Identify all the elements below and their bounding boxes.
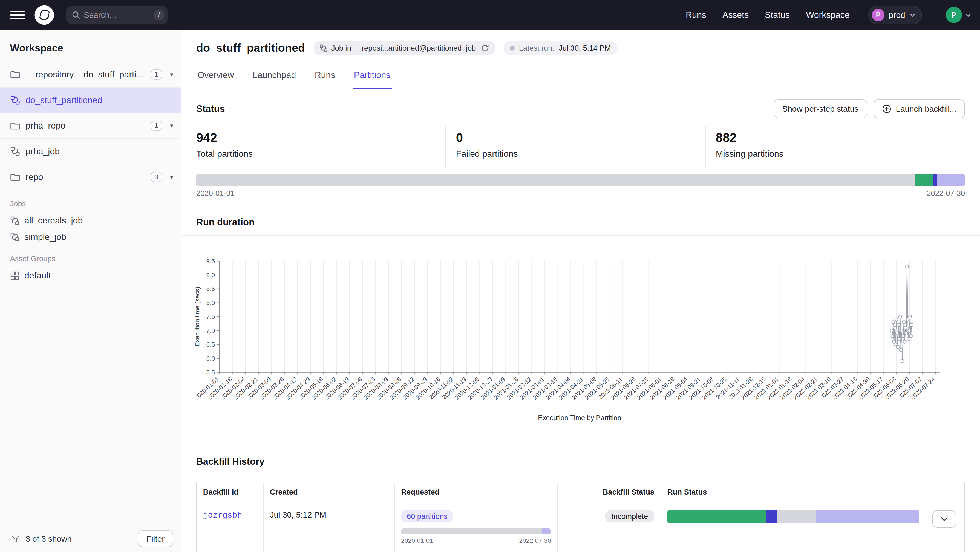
- partition-status-bar-section: 2020-01-01 2022-07-30: [181, 169, 980, 198]
- expand-row-button[interactable]: [932, 510, 956, 528]
- stat-value: 0: [456, 131, 705, 145]
- repo-label: prha_repo: [26, 121, 145, 131]
- dagster-logo-icon[interactable]: [34, 5, 55, 26]
- search-shortcut-key: /: [154, 10, 164, 20]
- user-avatar: P: [946, 7, 962, 23]
- refresh-icon[interactable]: [481, 44, 489, 52]
- column-header-expand: [926, 483, 964, 501]
- svg-text:9.0: 9.0: [207, 271, 215, 278]
- deployment-avatar: P: [872, 9, 885, 21]
- filter-funnel-icon: [11, 535, 20, 543]
- svg-text:6.0: 6.0: [207, 355, 215, 362]
- tab-overview[interactable]: Overview: [196, 65, 235, 89]
- workspace-sidebar: Workspace __repository__do_stuff_partiti…: [0, 30, 181, 552]
- column-header-backfill-id: Backfill Id: [197, 483, 263, 501]
- sidebar-footer: 3 of 3 shown Filter: [0, 525, 181, 552]
- caret-down-icon[interactable]: ▾: [170, 122, 173, 129]
- run-duration-title: Run duration: [196, 217, 255, 227]
- job-icon: [320, 44, 328, 52]
- run-status-dot-icon: [510, 46, 515, 51]
- column-header-requested: Requested: [394, 483, 557, 501]
- table-row-cell-requested: 60 partitions 2020-01-01 2022-07-30: [394, 501, 557, 552]
- caret-down-icon[interactable]: ▾: [170, 173, 173, 181]
- partition-range-start: 2020-01-01: [196, 189, 235, 198]
- repo-count-badge: 1: [151, 121, 162, 131]
- job-icon: [10, 216, 19, 225]
- table-row-cell-expand: [926, 501, 964, 552]
- partition-status-bar: [196, 174, 965, 186]
- sidebar-title: Workspace: [0, 30, 181, 62]
- tab-partitions[interactable]: Partitions: [353, 65, 391, 89]
- run-status-bar: [667, 510, 919, 523]
- stat-label: Failed partitions: [456, 149, 705, 159]
- sidebar-item-do-stuff-partitioned[interactable]: do_stuff_partitioned: [0, 88, 181, 114]
- caret-down-icon[interactable]: ▾: [170, 71, 173, 78]
- run-duration-section-header: Run duration: [181, 206, 980, 236]
- status-section-title: Status: [196, 103, 225, 114]
- asset-group-icon: [10, 271, 19, 281]
- sidebar-item-simple-job[interactable]: simple_job: [0, 229, 181, 245]
- backfill-id-link[interactable]: jozrgsbh: [203, 511, 242, 520]
- job-label: do_stuff_partitioned: [26, 95, 173, 105]
- sidebar-item-repository-do-stuff[interactable]: __repository__do_stuff_partitio... 1 ▾: [0, 62, 181, 88]
- sidebar-item-all-cereals-job[interactable]: all_cereals_job: [0, 213, 181, 229]
- job-label: all_cereals_job: [24, 216, 83, 226]
- shown-count-text: 3 of 3 shown: [26, 534, 72, 544]
- asset-groups-section-label: Asset Groups: [0, 245, 181, 268]
- job-origin-tag: Job in __reposi...artitioned@partitioned…: [314, 41, 495, 55]
- column-header-backfill-status: Backfill Status: [557, 483, 660, 501]
- launch-backfill-label: Launch backfill...: [896, 104, 956, 114]
- stat-value: 942: [196, 131, 445, 145]
- partition-stats: 942 Total partitions 0 Failed partitions…: [181, 126, 980, 169]
- latest-run-time-link[interactable]: Jul 30, 5:14 PM: [559, 44, 611, 52]
- folder-icon: [10, 121, 20, 131]
- svg-text:5.5: 5.5: [207, 368, 215, 376]
- requested-range-start: 2020-01-01: [401, 537, 433, 544]
- backfill-history-title: Backfill History: [196, 456, 264, 467]
- sidebar-item-repo[interactable]: repo 3 ▾: [0, 164, 181, 190]
- menu-icon[interactable]: [10, 7, 25, 22]
- requested-range-bar: [401, 528, 551, 535]
- svg-text:7.5: 7.5: [207, 313, 215, 320]
- job-icon: [10, 146, 20, 157]
- sidebar-item-prha-repo[interactable]: prha_repo 1 ▾: [0, 113, 181, 139]
- chevron-down-icon: [909, 13, 916, 17]
- job-icon: [10, 232, 19, 241]
- job-label: prha_job: [26, 146, 173, 157]
- job-label: simple_job: [24, 232, 66, 242]
- filter-button[interactable]: Filter: [138, 530, 173, 547]
- execution-time-chart: 2020-01-012020-01-182020-02-042020-02-21…: [192, 256, 955, 424]
- svg-text:6.5: 6.5: [207, 341, 215, 348]
- nav-link-assets[interactable]: Assets: [722, 10, 749, 20]
- latest-run-label: Latest run:: [519, 44, 554, 52]
- status-section-header: Status Show per-step status Launch backf…: [181, 89, 980, 124]
- nav-link-workspace[interactable]: Workspace: [806, 10, 850, 20]
- sidebar-item-default-asset-group[interactable]: default: [0, 268, 181, 284]
- svg-text:9.5: 9.5: [207, 257, 215, 265]
- table-row-cell-backfill-status: Incomplete: [557, 501, 660, 552]
- run-duration-chart-section: 2020-01-012020-01-182020-02-042020-02-21…: [181, 236, 980, 423]
- user-menu[interactable]: P: [946, 7, 972, 23]
- table-row-cell-backfill-id: jozrgsbh: [197, 501, 263, 552]
- show-per-step-status-button[interactable]: Show per-step status: [773, 99, 867, 119]
- repo-count-badge: 1: [151, 70, 162, 80]
- tab-runs[interactable]: Runs: [313, 65, 336, 89]
- nav-link-status[interactable]: Status: [765, 10, 790, 20]
- column-header-run-status: Run Status: [660, 483, 926, 501]
- job-icon: [10, 95, 20, 105]
- search-placeholder: Search...: [84, 10, 151, 20]
- deployment-switcher[interactable]: P prod: [868, 6, 922, 24]
- stat-label: Missing partitions: [716, 149, 965, 159]
- sidebar-item-prha-job[interactable]: prha_job: [0, 139, 181, 165]
- folder-icon: [10, 70, 20, 79]
- svg-text:8.5: 8.5: [207, 285, 215, 292]
- backfill-history-section-header: Backfill History: [181, 446, 980, 476]
- jobs-section-label: Jobs: [0, 190, 181, 213]
- launch-backfill-button[interactable]: Launch backfill...: [873, 99, 965, 119]
- chevron-down-icon: [965, 13, 971, 17]
- svg-text:8.0: 8.0: [207, 299, 215, 306]
- stat-failed-partitions: 0 Failed partitions: [445, 126, 705, 169]
- nav-link-runs[interactable]: Runs: [686, 10, 706, 20]
- search-input[interactable]: Search... /: [66, 6, 167, 24]
- tab-launchpad[interactable]: Launchpad: [251, 65, 297, 89]
